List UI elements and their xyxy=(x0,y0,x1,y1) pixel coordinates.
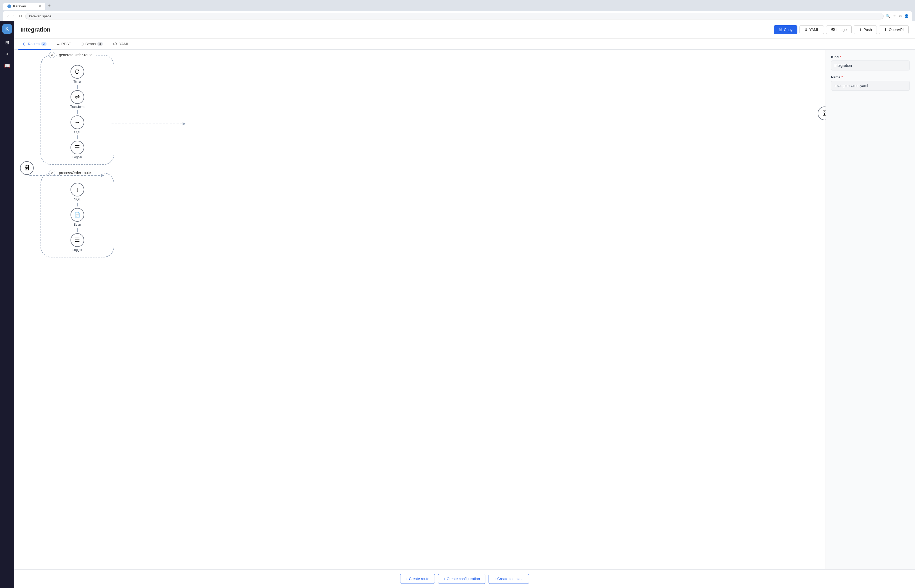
tab-routes[interactable]: ⬡ Routes 2 xyxy=(18,39,51,50)
copy-button[interactable]: 🗐 Copy xyxy=(774,25,798,34)
browser-nav-icons: 🔍 ☆ ⧉ 👤 xyxy=(886,14,909,18)
new-tab-button[interactable]: + xyxy=(46,2,53,10)
bean-circle[interactable]: 📄 xyxy=(71,208,84,222)
forward-button[interactable]: › xyxy=(12,13,15,19)
connector-4 xyxy=(77,203,78,207)
kind-required-indicator: * xyxy=(840,55,841,59)
logger2-label: Logger xyxy=(72,248,82,252)
tab-favicon xyxy=(7,5,11,8)
sidebar: K ⊞ ✦ 📖 xyxy=(0,21,14,588)
rest-tab-icon: ☁ xyxy=(56,42,60,46)
name-field-label: Name * xyxy=(831,75,910,79)
transform-label: Transform xyxy=(70,105,84,108)
route-box-1: A generateOrder-route ⏱ Timer ⇄ Tran xyxy=(40,55,114,165)
name-required-indicator: * xyxy=(841,75,843,79)
back-button[interactable]: ‹ xyxy=(6,13,10,19)
logger2-node: ☰ Logger xyxy=(71,233,84,252)
tab-close-button[interactable]: ✕ xyxy=(39,5,41,8)
sidebar-icon-book[interactable]: 📖 xyxy=(2,61,12,71)
star-icon[interactable]: ☆ xyxy=(893,14,896,18)
sql-out-label: SQL xyxy=(74,130,81,134)
timer-circle[interactable]: ⏱ xyxy=(71,65,84,79)
sql-out-circle[interactable]: → xyxy=(71,115,84,129)
image-button[interactable]: 🖼 Image xyxy=(826,25,852,34)
create-configuration-button[interactable]: + Create configuration xyxy=(438,574,485,584)
active-tab[interactable]: Karavan ✕ xyxy=(3,3,45,10)
connector-1 xyxy=(77,85,78,89)
openapi-button[interactable]: ⬇ OpenAPI xyxy=(879,25,909,34)
tab-rest[interactable]: ☁ REST xyxy=(51,39,76,50)
logger1-label: Logger xyxy=(72,155,82,159)
canvas-area: 🗄 🗄 A xyxy=(14,50,915,569)
extensions-icon[interactable]: ⧉ xyxy=(899,14,902,18)
address-bar[interactable] xyxy=(25,13,884,19)
logger1-node: ☰ Logger xyxy=(71,141,84,159)
image-icon: 🖼 xyxy=(831,27,835,32)
yaml-tab-icon: </> xyxy=(112,42,118,46)
route1-badge: A xyxy=(49,52,55,58)
external-db-node-left[interactable]: 🗄 xyxy=(20,161,34,175)
sql-in-label: SQL xyxy=(74,197,81,201)
sidebar-icon-grid[interactable]: ⊞ xyxy=(2,38,12,47)
route2-name: processOrder-route xyxy=(57,171,93,175)
connector-5 xyxy=(77,228,78,232)
timer-label: Timer xyxy=(73,80,81,83)
header-buttons: 🗐 Copy ⬇ YAML 🖼 Image ⬆ Push ⬇ OpenA xyxy=(774,25,909,34)
tab-title: Karavan xyxy=(13,4,26,8)
page-title: Integration xyxy=(21,26,50,33)
logger1-circle[interactable]: ☰ xyxy=(71,141,84,154)
yaml-button[interactable]: ⬇ YAML xyxy=(800,25,824,34)
sql-out-node: → SQL xyxy=(71,115,84,134)
canvas[interactable]: 🗄 🗄 A xyxy=(14,50,826,569)
transform-circle[interactable]: ⇄ xyxy=(71,90,84,104)
bottom-actions: + Create route + Create configuration + … xyxy=(14,569,915,588)
route2-label-container: A processOrder-route xyxy=(49,170,93,176)
sidebar-logo: K xyxy=(2,24,12,34)
kind-field-value: Integration xyxy=(831,60,910,71)
route2-badge: A xyxy=(49,170,55,176)
profile-icon[interactable]: 👤 xyxy=(904,14,909,18)
routes-tab-icon: ⬡ xyxy=(23,42,26,46)
beans-tab-icon: ⬡ xyxy=(81,42,84,46)
kind-field-label: Kind * xyxy=(831,55,910,59)
main-content: Integration 🗐 Copy ⬇ YAML 🖼 Image ⬆ Push xyxy=(14,21,915,588)
tab-yaml[interactable]: </> YAML xyxy=(108,39,134,50)
sidebar-icon-settings[interactable]: ✦ xyxy=(2,49,12,59)
name-field-value: example.camel.yaml xyxy=(831,81,910,91)
app-header: Integration 🗐 Copy ⬇ YAML 🖼 Image ⬆ Push xyxy=(14,21,915,39)
tabs-bar: ⬡ Routes 2 ☁ REST ⬡ Beans 4 </> YAML xyxy=(14,39,915,50)
connector-3 xyxy=(77,136,78,139)
route1-name: generateOrder-route xyxy=(57,53,95,57)
transform-node: ⇄ Transform xyxy=(70,90,84,108)
routes-tab-badge: 2 xyxy=(41,42,47,46)
beans-tab-badge: 4 xyxy=(97,42,103,46)
yaml-icon: ⬇ xyxy=(805,27,808,32)
copy-icon: 🗐 xyxy=(779,27,782,32)
openapi-icon: ⬇ xyxy=(884,27,887,32)
route1-label-container: A generateOrder-route xyxy=(49,52,95,58)
route1-nodes: ⏱ Timer ⇄ Transform → SQL xyxy=(49,61,106,159)
route2-nodes: ↓ SQL 📄 Bean ☰ Logger xyxy=(49,179,106,252)
flow-container: 🗄 🗄 A xyxy=(19,55,820,292)
sql-in-circle[interactable]: ↓ xyxy=(71,183,84,196)
sql-in-node: ↓ SQL xyxy=(71,183,84,201)
bean-node: 📄 Bean xyxy=(71,208,84,226)
create-template-button[interactable]: + Create template xyxy=(488,574,529,584)
svg-marker-1 xyxy=(183,122,186,126)
timer-node: ⏱ Timer xyxy=(71,65,84,83)
push-button[interactable]: ⬆ Push xyxy=(854,25,877,34)
route-box-2: A processOrder-route ↓ SQL 📄 Bean xyxy=(40,173,114,257)
external-db-node-top[interactable]: 🗄 xyxy=(818,107,826,120)
push-icon: ⬆ xyxy=(859,27,862,32)
reload-button[interactable]: ↻ xyxy=(18,13,23,19)
logger2-circle[interactable]: ☰ xyxy=(71,233,84,247)
tab-beans[interactable]: ⬡ Beans 4 xyxy=(76,39,107,50)
connector-2 xyxy=(77,110,78,114)
connector-svg xyxy=(19,55,820,292)
zoom-icon: 🔍 xyxy=(886,14,890,18)
right-panel: Kind * Integration Name * example.camel.… xyxy=(826,50,915,569)
create-route-button[interactable]: + Create route xyxy=(400,574,435,584)
bean-label: Bean xyxy=(74,223,81,226)
